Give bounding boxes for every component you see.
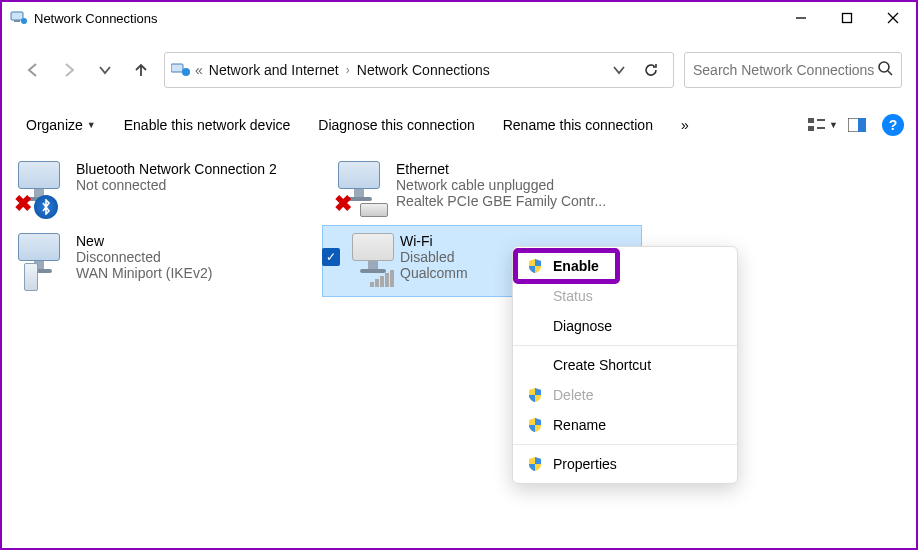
back-button[interactable] (16, 53, 50, 87)
title-bar: Network Connections (2, 2, 916, 34)
disconnected-x-icon: ✖ (14, 191, 32, 217)
menu-separator (513, 444, 737, 445)
diagnose-label: Diagnose this connection (318, 117, 474, 133)
connections-list: ✖ Bluetooth Network Connection 2 Not con… (2, 149, 916, 297)
connection-status: Not connected (76, 177, 277, 193)
svg-point-9 (879, 62, 889, 72)
app-icon (10, 9, 28, 27)
nic-icon (360, 203, 388, 217)
connection-status: Disabled (400, 249, 468, 265)
organize-button[interactable]: Organize▼ (14, 111, 108, 139)
connection-status: Network cable unplugged (396, 177, 606, 193)
connection-status: Disconnected (76, 249, 212, 265)
connection-item-bluetooth[interactable]: ✖ Bluetooth Network Connection 2 Not con… (2, 153, 322, 225)
svg-point-2 (21, 18, 27, 24)
help-button[interactable]: ? (882, 114, 904, 136)
connection-name: Wi-Fi (400, 233, 468, 249)
shield-icon (527, 456, 543, 472)
ethernet-adapter-icon: ✖ (334, 157, 392, 221)
menu-separator (513, 345, 737, 346)
minimize-button[interactable] (778, 2, 824, 34)
breadcrumb-current[interactable]: Network Connections (353, 62, 494, 78)
view-options-button[interactable]: ▼ (808, 110, 838, 140)
menu-rename[interactable]: Rename (513, 410, 737, 440)
connection-name: Ethernet (396, 161, 606, 177)
menu-delete-label: Delete (553, 387, 593, 403)
menu-properties[interactable]: Properties (513, 449, 737, 479)
menu-create-shortcut[interactable]: Create Shortcut (513, 350, 737, 380)
svg-line-10 (888, 71, 892, 75)
menu-properties-label: Properties (553, 456, 617, 472)
svg-rect-16 (858, 118, 866, 132)
svg-rect-7 (171, 64, 183, 72)
preview-pane-button[interactable] (842, 110, 872, 140)
address-history-button[interactable] (603, 54, 635, 86)
menu-diagnose-label: Diagnose (553, 318, 612, 334)
diagnose-connection-button[interactable]: Diagnose this connection (306, 111, 486, 139)
search-icon[interactable] (877, 60, 893, 80)
recent-locations-button[interactable] (88, 53, 122, 87)
shield-icon (527, 258, 543, 274)
svg-rect-11 (808, 118, 814, 123)
tower-icon (24, 263, 38, 291)
breadcrumb-separator-icon: › (343, 63, 353, 77)
search-input[interactable] (693, 62, 877, 78)
address-bar[interactable]: « Network and Internet › Network Connect… (164, 52, 674, 88)
menu-delete: Delete (513, 380, 737, 410)
up-button[interactable] (124, 53, 158, 87)
shield-icon (527, 387, 543, 403)
enable-device-button[interactable]: Enable this network device (112, 111, 303, 139)
svg-rect-0 (11, 12, 23, 20)
window-title: Network Connections (34, 11, 778, 26)
shield-icon (527, 417, 543, 433)
nav-row: « Network and Internet › Network Connect… (2, 34, 916, 106)
rename-label: Rename this connection (503, 117, 653, 133)
selection-checkbox[interactable] (322, 248, 340, 266)
connection-name: New (76, 233, 212, 249)
bluetooth-adapter-icon: ✖ (14, 157, 72, 221)
overflow-button[interactable]: » (669, 111, 701, 139)
wifi-adapter-icon (348, 229, 396, 293)
bluetooth-icon (34, 195, 58, 219)
connection-item-ethernet[interactable]: ✖ Ethernet Network cable unplugged Realt… (322, 153, 642, 225)
svg-point-8 (182, 68, 190, 76)
menu-status-label: Status (553, 288, 593, 304)
overflow-label: » (681, 117, 689, 133)
breadcrumb-root-chevron[interactable]: « (193, 62, 205, 78)
chevron-down-icon: ▼ (829, 120, 838, 130)
chevron-down-icon: ▼ (87, 120, 96, 130)
rename-connection-button[interactable]: Rename this connection (491, 111, 665, 139)
menu-create-shortcut-label: Create Shortcut (553, 357, 651, 373)
refresh-button[interactable] (635, 54, 667, 86)
enable-device-label: Enable this network device (124, 117, 291, 133)
connection-device: Realtek PCIe GBE Family Contr... (396, 193, 606, 209)
connection-item-new[interactable]: New Disconnected WAN Miniport (IKEv2) (2, 225, 322, 297)
search-box[interactable] (684, 52, 902, 88)
wifi-signal-icon (370, 270, 394, 287)
organize-label: Organize (26, 117, 83, 133)
maximize-button[interactable] (824, 2, 870, 34)
menu-enable[interactable]: Enable (513, 251, 737, 281)
breadcrumb-parent[interactable]: Network and Internet (205, 62, 343, 78)
connection-device: Qualcomm (400, 265, 468, 281)
command-bar: Organize▼ Enable this network device Dia… (2, 106, 916, 149)
menu-diagnose[interactable]: Diagnose (513, 311, 737, 341)
menu-status: Status (513, 281, 737, 311)
menu-enable-label: Enable (553, 258, 599, 274)
svg-rect-1 (14, 20, 20, 22)
menu-rename-label: Rename (553, 417, 606, 433)
breadcrumb-app-icon (171, 62, 191, 78)
context-menu: Enable Status Diagnose Create Shortcut D… (512, 246, 738, 484)
wan-miniport-icon (14, 229, 72, 293)
unplugged-x-icon: ✖ (334, 191, 352, 217)
connection-name: Bluetooth Network Connection 2 (76, 161, 277, 177)
forward-button[interactable] (52, 53, 86, 87)
close-button[interactable] (870, 2, 916, 34)
svg-rect-12 (808, 126, 814, 131)
svg-rect-4 (843, 14, 852, 23)
connection-device: WAN Miniport (IKEv2) (76, 265, 212, 281)
